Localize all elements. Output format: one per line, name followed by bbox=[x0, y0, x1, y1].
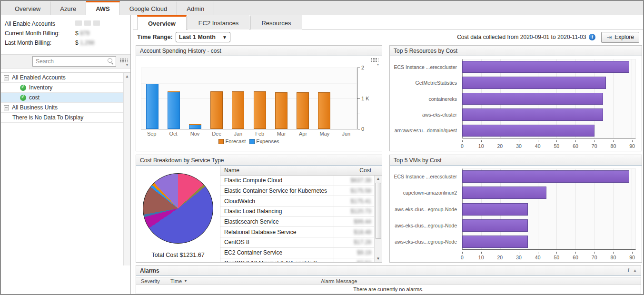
collapse-panel-icon[interactable]: ▲ bbox=[633, 268, 637, 273]
table-row[interactable]: CloudWatch$175.41 bbox=[220, 196, 374, 206]
bar-dec[interactable] bbox=[210, 91, 223, 129]
col-cost[interactable]: Cost bbox=[338, 167, 382, 174]
tree-item-label: All Business Units bbox=[12, 104, 58, 111]
chart-options-icon[interactable] bbox=[371, 58, 378, 64]
bar-feb[interactable] bbox=[254, 91, 266, 129]
tree-scrollbar[interactable]: ▲ bbox=[123, 73, 130, 266]
category-label: capetown-amazonlinux2 bbox=[392, 190, 459, 196]
hbar-row: ECS Instance ...erecscluster bbox=[392, 59, 636, 75]
hbar-row: aws-eks-clus...egroup-Node bbox=[392, 217, 636, 234]
tree-item-all-enabled-accounts[interactable]: All Enabled Accounts bbox=[1, 73, 130, 83]
account-summary: All Enable Accounts Current Month Billin… bbox=[1, 15, 130, 49]
subtab-overview[interactable]: Overview bbox=[137, 15, 187, 30]
hbar-row: aws-eks-clus...egroup-Node bbox=[392, 234, 636, 250]
scroll-down-icon[interactable]: ▼ bbox=[375, 256, 382, 262]
bar[interactable] bbox=[462, 170, 629, 183]
bar[interactable] bbox=[462, 236, 528, 248]
col-time[interactable]: Time ▼ bbox=[170, 278, 321, 284]
bar[interactable] bbox=[462, 125, 594, 137]
service-pie-chart[interactable] bbox=[143, 173, 213, 244]
x-tick-label: 50 bbox=[554, 255, 560, 260]
table-row[interactable]: Elastic Compute Cloud$637.38 bbox=[220, 176, 374, 186]
list-options-icon[interactable] bbox=[120, 58, 128, 65]
table-row[interactable]: Elasticsearch Service$99.44 bbox=[220, 217, 374, 227]
panel-cost-breakdown: Cost Breakdown by Service Type Total Cos… bbox=[136, 155, 382, 263]
bar[interactable] bbox=[462, 187, 546, 199]
service-cost: $637.38 bbox=[334, 177, 374, 184]
category-label: arn:aws:es:u...domain/quest bbox=[392, 128, 459, 133]
x-axis-labels: 0102030405060708090 bbox=[462, 253, 636, 260]
pie-column: Total Cost $1231.67 bbox=[136, 166, 220, 262]
search-input[interactable] bbox=[32, 56, 116, 67]
tab-google-cloud[interactable]: Google Cloud bbox=[120, 1, 178, 15]
alarms-title: Alarms bbox=[140, 267, 159, 274]
explore-button[interactable]: ⇥ Explore bbox=[601, 32, 639, 43]
subtab-ec2-instances[interactable]: EC2 Instances bbox=[188, 15, 250, 30]
sidebar: All Enable Accounts Current Month Billin… bbox=[1, 15, 131, 294]
col-name[interactable]: Name bbox=[220, 167, 338, 174]
tab-admin[interactable]: Admin bbox=[177, 1, 214, 15]
y-tick-label: 0 bbox=[361, 126, 364, 132]
table-scrollbar[interactable]: ▲ ▼ bbox=[374, 176, 382, 262]
category-label: GetMetricStatistics bbox=[392, 80, 459, 86]
service-cost: $7.52 bbox=[334, 260, 374, 262]
col-time-label: Time bbox=[170, 278, 182, 284]
sub-tab-bar: Overview EC2 Instances Resources bbox=[133, 15, 643, 30]
bar[interactable] bbox=[462, 61, 629, 73]
tree-item-inventory[interactable]: Inventory bbox=[1, 83, 130, 93]
bar[interactable] bbox=[462, 93, 603, 105]
check-icon bbox=[20, 85, 26, 91]
col-severity[interactable]: Severity bbox=[136, 278, 170, 284]
bar-jan[interactable] bbox=[232, 91, 244, 129]
x-tick-label: 20 bbox=[497, 255, 503, 260]
x-tick-label: 50 bbox=[554, 143, 560, 149]
table-row[interactable]: Elastic Container Service for Kubernetes… bbox=[220, 186, 374, 197]
tab-aws[interactable]: AWS bbox=[86, 1, 120, 15]
hbar-row: aws-eks-clus...egroup-Node bbox=[392, 201, 636, 217]
table-row[interactable]: Relational Database Service$18.48 bbox=[220, 227, 374, 237]
tree-item-cost[interactable]: cost bbox=[1, 93, 130, 103]
bar-mar[interactable] bbox=[275, 92, 287, 129]
service-cost: $175.58 bbox=[334, 187, 374, 194]
scroll-up-icon[interactable]: ▲ bbox=[375, 176, 382, 182]
bar[interactable] bbox=[462, 203, 528, 216]
bar-oct[interactable] bbox=[168, 91, 180, 129]
x-tick-label: 70 bbox=[592, 255, 597, 260]
panel-title: Account Spending History - cost bbox=[136, 46, 382, 56]
subtab-resources[interactable]: Resources bbox=[250, 15, 302, 30]
table-row[interactable]: Elastic Load Balancing$120.73 bbox=[220, 206, 374, 217]
chart-legend: ForecastExpenses bbox=[141, 138, 357, 144]
alarms-table-header: Severity Time ▼ Alarm Message bbox=[136, 277, 641, 285]
hbar-row: ECS Instance ...erecscluster bbox=[392, 168, 636, 185]
info-icon[interactable]: i bbox=[628, 267, 629, 274]
col-alarm-message[interactable]: Alarm Message bbox=[321, 278, 641, 284]
table-row[interactable]: CentOS 8$17.28 bbox=[220, 237, 374, 248]
bar[interactable] bbox=[462, 219, 528, 232]
redacted-account-blocks bbox=[75, 20, 102, 27]
bar-may[interactable] bbox=[318, 92, 330, 129]
panel-top-vms: Top 5 VMs by Cost ECS Instance ...erecsc… bbox=[389, 155, 642, 263]
bar-nov[interactable] bbox=[189, 124, 201, 129]
tab-azure[interactable]: Azure bbox=[50, 1, 86, 15]
table-row[interactable]: EC2 Container Service$9.19 bbox=[220, 248, 374, 258]
panel-account-spending-history: Account Spending History - cost SepOctNo… bbox=[136, 45, 382, 151]
current-billing-value: 879 bbox=[80, 30, 89, 37]
x-axis-labels: SepOctNovDecJanFebMarAprMayJun bbox=[141, 129, 357, 138]
service-cost: $175.41 bbox=[334, 198, 374, 205]
table-row[interactable]: CentOS 6.10 Minimal (ENA enabled)$7.52 bbox=[220, 258, 374, 263]
y-tick-label: 1 K bbox=[361, 96, 369, 101]
collapse-icon[interactable] bbox=[4, 105, 9, 110]
bar[interactable] bbox=[462, 108, 603, 120]
scrollbar-thumb[interactable] bbox=[375, 183, 381, 239]
collapse-icon[interactable] bbox=[4, 75, 9, 80]
alarms-empty-message: There are currently no alarms. bbox=[136, 285, 641, 294]
bar-sep[interactable] bbox=[146, 83, 159, 129]
tab-overview[interactable]: Overview bbox=[5, 1, 50, 15]
x-axis-labels: 0102030405060708090 bbox=[462, 141, 636, 149]
scroll-up-icon[interactable]: ▲ bbox=[124, 73, 130, 79]
bar[interactable] bbox=[462, 77, 606, 88]
time-range-select[interactable]: Last 1 Month ▼ bbox=[176, 32, 230, 42]
tree-item-all-business-units[interactable]: All Business Units bbox=[1, 103, 130, 113]
bar-apr[interactable] bbox=[297, 92, 309, 129]
info-icon[interactable]: i bbox=[589, 34, 595, 40]
